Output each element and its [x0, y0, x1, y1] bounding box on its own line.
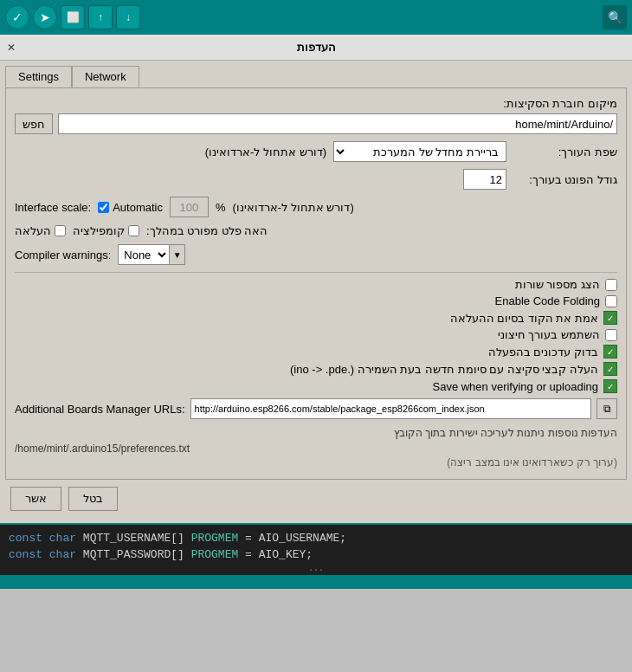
language-row: שפת העורך: בריירת מחדל של המערכת (דורש א…	[15, 141, 617, 162]
boards-edit-button[interactable]: ⧉	[597, 398, 617, 419]
upload-button[interactable]: ➤	[33, 5, 57, 29]
verbosity-compile-wrapper: קומפילציה	[73, 224, 139, 237]
verbosity-upload-label: העלאה	[15, 224, 51, 237]
pde-row: ✓ העלה קבצי סקיצה עם סיומת חדשה בעת השמי…	[15, 362, 617, 376]
verbosity-upload-checkbox[interactable]	[55, 225, 66, 236]
save-button[interactable]: ↓	[116, 5, 140, 29]
toolbar: ✓ ➤ ⬜ ↑ ↓ 🔍	[0, 0, 632, 35]
show-lines-checkbox[interactable]	[605, 279, 617, 291]
checkboxes-section: הצג מספור שורות Enable Code Folding ✓ אמ…	[15, 278, 617, 393]
compiler-select[interactable]: None	[118, 244, 170, 265]
settings-panel: מיקום חוברת הסקיצות: חפש שפת העורך: בריי…	[5, 87, 627, 480]
verbosity-row: האה פלט מפורט במהלך: קומפילציה העלאה	[15, 224, 617, 237]
pde-label: העלה קבצי סקיצה עם סיומת חדשה בעת השמירה…	[290, 363, 598, 376]
compiler-label: Compiler warnings:	[15, 249, 111, 262]
pde-checked-icon: ✓	[603, 362, 617, 376]
compiler-dropdown-arrow[interactable]: ▼	[170, 244, 185, 265]
cancel-button[interactable]: בטל	[68, 487, 118, 511]
scale-label: Interface scale:	[15, 201, 91, 214]
search-icon[interactable]: 🔍	[603, 5, 627, 29]
sketchbook-row: מיקום חוברת הסקיצות: חפש	[15, 97, 617, 134]
verbosity-label: האה פלט מפורט במהלך:	[146, 224, 268, 237]
verbosity-compile-label: קומפילציה	[73, 224, 125, 237]
language-select[interactable]: בריירת מחדל של המערכת	[333, 141, 506, 162]
code-folding-row: Enable Code Folding	[15, 294, 617, 307]
code-line-2: const char MQTT_PASSWORD[] PROGMEM = AIO…	[9, 546, 623, 564]
code-editor: const char MQTT_USERNAME[] PROGMEM = AIO…	[0, 523, 632, 575]
compiler-dropdown-wrapper: None ▼	[118, 244, 185, 265]
tab-network[interactable]: Network	[72, 66, 139, 87]
verify-code-checked-icon: ✓	[603, 311, 617, 325]
bottom-bar	[0, 575, 632, 589]
external-editor-checkbox[interactable]	[605, 329, 617, 341]
title-bar: ✕ העדפות	[0, 35, 632, 61]
save-verify-row: ✓ Save when verifying or uploading	[15, 379, 617, 393]
scale-auto-wrapper: Automatic	[98, 201, 163, 214]
code-line-1: const char MQTT_USERNAME[] PROGMEM = AIO…	[9, 530, 623, 547]
tab-settings[interactable]: Settings	[5, 66, 72, 87]
scale-row: Interface scale: Automatic % (דורש אתחול…	[15, 197, 617, 217]
verify-button[interactable]: ✓	[5, 5, 29, 29]
scale-input[interactable]	[170, 197, 209, 217]
preferences-dialog: Settings Network מיקום חוברת הסקיצות: חפ…	[0, 61, 632, 523]
sketchbook-input[interactable]	[58, 113, 617, 134]
ok-button[interactable]: אשר	[10, 487, 61, 511]
info-note: (ערוך רק כשארדואינו אינו במצב ריצה)	[15, 456, 617, 468]
close-button[interactable]: ✕	[7, 42, 16, 54]
scale-pct: %	[216, 201, 226, 214]
verify-code-label: אמת את הקוד בסיום ההעלאה	[450, 312, 598, 325]
boards-input[interactable]	[190, 398, 591, 419]
open-button[interactable]: ↑	[88, 5, 113, 29]
browse-button[interactable]: חפש	[15, 113, 53, 134]
code-folding-checkbox[interactable]	[605, 295, 617, 307]
code-folding-label: Enable Code Folding	[495, 294, 600, 307]
external-editor-label: השתמש בעורך חיצוני	[498, 328, 600, 341]
verbosity-compile-checkbox[interactable]	[128, 225, 139, 236]
external-editor-row: השתמש בעורך חיצוני	[15, 328, 617, 341]
verbosity-upload-wrapper: העלאה	[15, 224, 66, 237]
check-updates-label: בדוק עדכונים בהפעלה	[488, 346, 598, 359]
save-verify-label: Save when verifying or uploading	[432, 380, 598, 393]
check-updates-row: ✓ בדוק עדכונים בהפעלה	[15, 345, 617, 359]
code-dots: ...	[9, 564, 623, 573]
show-lines-label: הצג מספור שורות	[515, 278, 600, 291]
save-verify-checked-icon: ✓	[603, 379, 617, 393]
compiler-row: Compiler warnings: None ▼	[15, 244, 617, 265]
boards-label: Additional Boards Manager URLs:	[15, 403, 185, 416]
language-label: שפת העורך:	[513, 145, 617, 158]
info-text-1: העדפות נוספות ניתנות לעריכה ישירות בתוך …	[15, 426, 617, 441]
verify-code-row: ✓ אמת את הקוד בסיום ההעלאה	[15, 311, 617, 325]
new-button[interactable]: ⬜	[61, 5, 85, 29]
scale-auto-label: Automatic	[113, 201, 163, 214]
scale-note: (דורש אתחול ל-ארדואינו)	[233, 201, 354, 214]
dialog-buttons: בטל אשר	[5, 480, 627, 518]
font-input[interactable]	[463, 169, 506, 190]
font-row: גודל הפונט בעורך:	[15, 169, 617, 190]
check-updates-checked-icon: ✓	[603, 345, 617, 359]
language-note: (דורש אתחול ל-ארדואינו)	[205, 145, 326, 158]
info-path: /home/mint/.arduino15/preferences.txt	[15, 443, 617, 455]
scale-auto-checkbox[interactable]	[98, 202, 109, 213]
show-lines-row: הצג מספור שורות	[15, 278, 617, 291]
tabs: Settings Network	[5, 66, 627, 87]
sketchbook-label: מיקום חוברת הסקיצות:	[15, 97, 617, 110]
language-dropdown-wrapper: בריירת מחדל של המערכת	[333, 141, 506, 162]
font-label: גודל הפונט בעורך:	[513, 173, 617, 186]
boards-row: Additional Boards Manager URLs: ⧉	[15, 398, 617, 419]
dialog-title: העדפות	[297, 41, 336, 54]
